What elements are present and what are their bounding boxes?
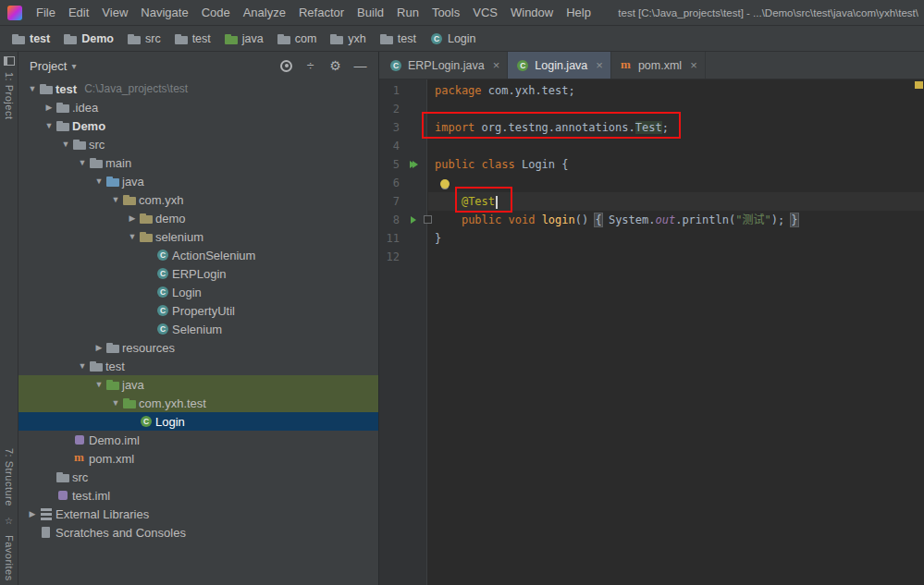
chevron-right-icon[interactable]: ▶ bbox=[92, 343, 105, 352]
tree-item-demo[interactable]: ▶demo bbox=[18, 209, 378, 227]
close-tab-icon[interactable]: × bbox=[596, 58, 603, 72]
line-number: 6 bbox=[379, 177, 400, 189]
tree-item-label: main bbox=[105, 156, 131, 170]
menu-run[interactable]: Run bbox=[390, 6, 425, 19]
code-token: void bbox=[509, 213, 536, 226]
chevron-down-icon[interactable]: ▼ bbox=[92, 380, 105, 389]
menu-code[interactable]: Code bbox=[195, 6, 237, 19]
toolwindow-button-project[interactable]: 1: Project bbox=[4, 72, 15, 119]
tree-item-pom-xml[interactable]: pom.xml bbox=[18, 449, 378, 468]
collapse-all-icon[interactable]: ÷ bbox=[303, 59, 317, 72]
chevron-right-icon[interactable]: ▶ bbox=[43, 103, 55, 112]
tree-item-demo-iml[interactable]: Demo.iml bbox=[18, 431, 378, 449]
breadcrumb-item-java[interactable]: java bbox=[224, 31, 264, 46]
tree-item-erplogin[interactable]: ERPLogin bbox=[18, 264, 378, 283]
gear-icon[interactable]: ⚙ bbox=[328, 59, 342, 72]
code-line-8[interactable]: 8 public void login() { System.out.print… bbox=[379, 211, 924, 229]
main-area: 1: Project 7: Structure ☆ Favorites Proj… bbox=[0, 52, 924, 585]
class-icon bbox=[155, 322, 170, 336]
tree-item-com-yxh[interactable]: ▼com.yxh bbox=[18, 190, 378, 209]
project-tree: ▼testC:\Java_projects\test▶.idea▼Demo▼sr… bbox=[18, 79, 378, 585]
chevron-down-icon[interactable]: ▼ bbox=[43, 121, 55, 130]
tree-item-java[interactable]: ▼java bbox=[18, 172, 378, 190]
chevron-down-icon[interactable]: ▼ bbox=[109, 398, 122, 408]
tree-item-test[interactable]: ▼testC:\Java_projects\test bbox=[18, 79, 378, 98]
menu-build[interactable]: Build bbox=[351, 6, 390, 19]
menu-edit[interactable]: Edit bbox=[62, 6, 95, 19]
chevron-right-icon[interactable]: ▶ bbox=[26, 509, 39, 518]
breadcrumb-item-test[interactable]: test bbox=[11, 31, 50, 46]
breadcrumb-item-src[interactable]: src bbox=[127, 31, 161, 46]
chevron-right-icon[interactable]: ▶ bbox=[126, 213, 139, 223]
code-line-1[interactable]: 1package com.yxh.test; bbox=[379, 81, 924, 100]
tree-item-idea[interactable]: ▶.idea bbox=[18, 98, 378, 116]
tab-erplogin-java[interactable]: ERPLogin.java× bbox=[381, 52, 508, 79]
hide-panel-icon[interactable]: — bbox=[353, 59, 367, 72]
menu-analyze[interactable]: Analyze bbox=[237, 6, 292, 19]
close-tab-icon[interactable]: × bbox=[493, 58, 500, 72]
chevron-down-icon[interactable]: ▼ bbox=[76, 361, 89, 371]
tab-login-java[interactable]: Login.java× bbox=[508, 52, 611, 79]
editor[interactable]: 1package com.yxh.test;23import org.testn… bbox=[379, 79, 924, 585]
menu-bar: FileEditViewNavigateCodeAnalyzeRefactorB… bbox=[30, 6, 598, 19]
project-panel-title[interactable]: Project bbox=[30, 59, 67, 73]
menu-view[interactable]: View bbox=[95, 6, 134, 19]
tree-item-external-libraries[interactable]: ▶External Libraries bbox=[18, 505, 378, 523]
tree-item-test-iml[interactable]: test.iml bbox=[18, 486, 378, 505]
package-icon bbox=[122, 396, 137, 410]
toolwindow-button-structure[interactable]: 7: Structure bbox=[4, 448, 15, 506]
locate-file-icon[interactable] bbox=[280, 60, 292, 72]
breadcrumb-item-demo[interactable]: Demo bbox=[63, 31, 114, 46]
code-line-5[interactable]: 5public class Login { bbox=[379, 155, 924, 174]
code-lines: 1package com.yxh.test;23import org.testn… bbox=[379, 79, 924, 266]
tree-item-resources[interactable]: ▶resources bbox=[18, 338, 378, 357]
tree-item-src[interactable]: src bbox=[18, 468, 378, 486]
tree-item-propertyutil[interactable]: PropertyUtil bbox=[18, 301, 378, 320]
tab-pom-xml[interactable]: pom.xml× bbox=[611, 52, 706, 79]
tree-item-scratches-and-consoles[interactable]: Scratches and Consoles bbox=[18, 523, 378, 542]
chevron-down-icon[interactable]: ▼ bbox=[76, 158, 89, 167]
breadcrumb-item-test[interactable]: test bbox=[379, 31, 416, 46]
chevron-down-icon[interactable]: ▼ bbox=[126, 232, 139, 241]
folder-icon bbox=[105, 377, 120, 392]
breadcrumb-item-yxh[interactable]: yxh bbox=[329, 31, 365, 46]
chevron-down-icon[interactable]: ▼ bbox=[109, 195, 122, 204]
toolwindow-button-favorites[interactable]: Favorites bbox=[4, 535, 15, 581]
maven-icon bbox=[72, 451, 87, 466]
chevron-down-icon[interactable]: ▼ bbox=[59, 140, 72, 149]
tree-item-selenium[interactable]: Selenium bbox=[18, 320, 378, 338]
tree-item-selenium[interactable]: ▼selenium bbox=[18, 227, 378, 246]
tree-item-login[interactable]: Login bbox=[18, 412, 378, 431]
error-stripe-mark[interactable] bbox=[915, 81, 923, 89]
breadcrumb-item-login[interactable]: Login bbox=[429, 31, 476, 46]
tree-item-actionselenium[interactable]: ActionSelenium bbox=[18, 246, 378, 264]
menu-window[interactable]: Window bbox=[504, 6, 560, 19]
tree-item-test[interactable]: ▼test bbox=[18, 357, 378, 375]
chevron-down-icon[interactable]: ▼ bbox=[92, 177, 105, 186]
menu-file[interactable]: File bbox=[30, 6, 62, 19]
menu-help[interactable]: Help bbox=[560, 6, 598, 19]
run-class-icon[interactable] bbox=[400, 161, 427, 168]
menu-navigate[interactable]: Navigate bbox=[134, 6, 194, 19]
tree-item-login[interactable]: Login bbox=[18, 283, 378, 301]
toolwindow-icon[interactable] bbox=[4, 56, 15, 66]
tree-item-java[interactable]: ▼java bbox=[18, 375, 378, 394]
chevron-down-icon[interactable]: ▼ bbox=[26, 84, 39, 93]
breadcrumb-item-com[interactable]: com bbox=[277, 31, 317, 46]
tree-item-demo[interactable]: ▼Demo bbox=[18, 116, 378, 135]
code-line-11[interactable]: 11} bbox=[379, 229, 924, 248]
chevron-down-icon[interactable]: ▾ bbox=[71, 61, 76, 71]
menu-refactor[interactable]: Refactor bbox=[292, 6, 351, 19]
fold-marker-icon[interactable] bbox=[424, 215, 432, 224]
code-line-12[interactable]: 12 bbox=[379, 248, 924, 266]
intention-bulb-icon[interactable] bbox=[440, 179, 450, 189]
folder-icon bbox=[379, 31, 394, 46]
tree-item-com-yxh-test[interactable]: ▼com.yxh.test bbox=[18, 394, 378, 412]
breadcrumb-item-test[interactable]: test bbox=[174, 31, 211, 46]
close-tab-icon[interactable]: × bbox=[690, 58, 697, 72]
tree-item-src[interactable]: ▼src bbox=[18, 135, 378, 153]
menu-tools[interactable]: Tools bbox=[425, 6, 466, 19]
tree-item-main[interactable]: ▼main bbox=[18, 153, 378, 172]
code-line-4[interactable]: 4 bbox=[379, 137, 924, 155]
menu-vcs[interactable]: VCS bbox=[466, 6, 504, 19]
